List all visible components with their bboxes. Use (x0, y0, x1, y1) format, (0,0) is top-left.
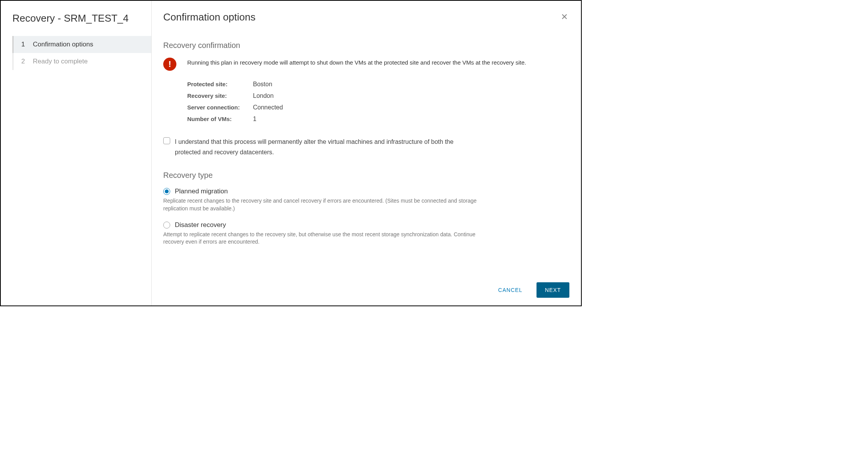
step-number: 1 (21, 41, 29, 48)
step-ready-to-complete[interactable]: 2 Ready to complete (14, 53, 151, 70)
disaster-recovery-label: Disaster recovery (175, 221, 226, 229)
server-connection-value: Connected (253, 104, 283, 111)
step-confirmation-options[interactable]: 1 Confirmation options (12, 36, 151, 53)
recovery-site-value: London (253, 92, 273, 99)
recovery-site-label: Recovery site: (187, 92, 253, 99)
alert-row: ! Running this plan in recovery mode wil… (163, 58, 569, 71)
acknowledge-label: I understand that this process will perm… (175, 137, 461, 157)
radio-header: Planned migration (163, 188, 569, 195)
table-row: Recovery site: London (187, 90, 569, 102)
wizard-steps: 1 Confirmation options 2 Ready to comple… (12, 36, 151, 70)
planned-migration-radio[interactable] (163, 188, 170, 195)
table-row: Server connection: Connected (187, 102, 569, 113)
step-label: Confirmation options (33, 41, 93, 48)
server-connection-label: Server connection: (187, 104, 253, 111)
wizard-sidebar: Recovery - SRM_TEST_4 1 Confirmation opt… (1, 1, 152, 305)
cancel-button[interactable]: CANCEL (492, 283, 529, 297)
step-number: 2 (21, 58, 29, 65)
dialog-footer: CANCEL NEXT (152, 278, 581, 305)
step-label: Ready to complete (33, 58, 88, 65)
main-body: Recovery confirmation ! Running this pla… (152, 29, 581, 278)
disaster-recovery-desc: Attempt to replicate recent changes to t… (163, 231, 492, 246)
disaster-recovery-radio[interactable] (163, 222, 170, 229)
recovery-confirmation-heading: Recovery confirmation (163, 41, 569, 50)
table-row: Number of VMs: 1 (187, 113, 569, 125)
alert-text: Running this plan in recovery mode will … (187, 58, 526, 67)
wizard-title: Recovery - SRM_TEST_4 (1, 9, 151, 36)
next-button[interactable]: NEXT (537, 282, 569, 298)
planned-migration-label: Planned migration (175, 188, 228, 195)
recovery-type-heading: Recovery type (163, 171, 569, 180)
warning-icon: ! (163, 58, 176, 71)
acknowledge-checkbox[interactable] (163, 137, 170, 144)
recovery-type-group: Planned migration Replicate recent chang… (163, 188, 569, 246)
planned-migration-option: Planned migration Replicate recent chang… (163, 188, 569, 212)
disaster-recovery-option: Disaster recovery Attempt to replicate r… (163, 221, 569, 246)
site-info-table: Protected site: Boston Recovery site: Lo… (187, 78, 569, 125)
number-of-vms-value: 1 (253, 116, 256, 123)
main-panel: Confirmation options ✕ Recovery confirma… (152, 1, 581, 305)
acknowledge-row: I understand that this process will perm… (163, 137, 569, 157)
protected-site-value: Boston (253, 81, 272, 88)
table-row: Protected site: Boston (187, 78, 569, 90)
planned-migration-desc: Replicate recent changes to the recovery… (163, 197, 492, 212)
main-header: Confirmation options ✕ (152, 1, 581, 29)
page-title: Confirmation options (163, 11, 255, 23)
radio-header: Disaster recovery (163, 221, 569, 229)
recovery-dialog: Recovery - SRM_TEST_4 1 Confirmation opt… (0, 0, 582, 306)
number-of-vms-label: Number of VMs: (187, 116, 253, 123)
close-icon[interactable]: ✕ (559, 10, 569, 24)
protected-site-label: Protected site: (187, 81, 253, 88)
